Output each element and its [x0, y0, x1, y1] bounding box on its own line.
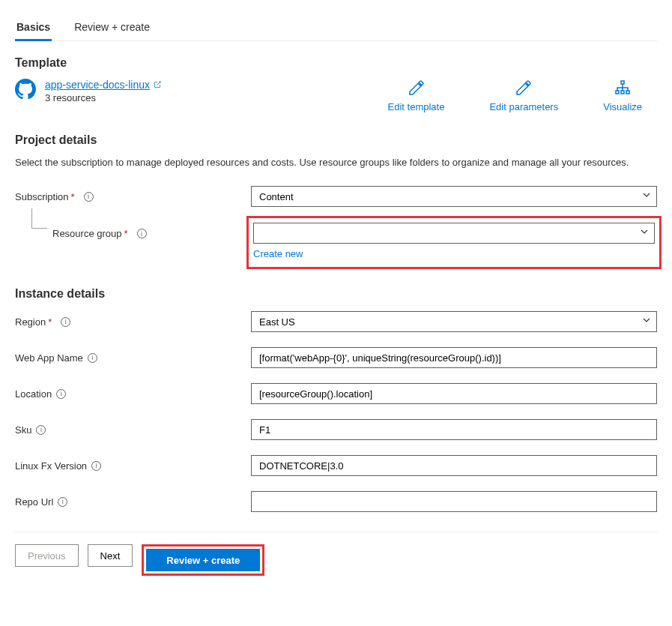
required-mark: *: [48, 316, 52, 328]
visualize-label: Visualize: [603, 101, 642, 112]
location-input[interactable]: [251, 383, 657, 404]
webapp-name-label: Web App Name: [15, 352, 83, 364]
info-icon[interactable]: i: [88, 353, 97, 363]
required-mark: *: [71, 191, 75, 202]
tab-bar: Basics Review + create: [15, 15, 657, 41]
resource-group-highlight: Create new: [246, 216, 662, 269]
svg-rect-1: [616, 91, 619, 94]
info-icon[interactable]: i: [91, 461, 101, 471]
template-resources: 3 resources: [45, 92, 388, 103]
info-icon[interactable]: i: [84, 192, 94, 202]
info-icon[interactable]: i: [61, 317, 70, 327]
tab-review-create[interactable]: Review + create: [73, 15, 151, 40]
pencil-icon: [408, 79, 426, 97]
subscription-label: Subscription: [15, 191, 69, 202]
template-name-text: app-service-docs-linux: [45, 79, 150, 91]
footer-bar: Previous Next Review + create: [15, 532, 657, 576]
repo-url-input[interactable]: [251, 491, 657, 512]
linuxfx-input[interactable]: [251, 455, 657, 476]
info-icon[interactable]: i: [36, 425, 46, 435]
region-label: Region: [15, 316, 46, 328]
info-icon[interactable]: i: [58, 497, 67, 507]
region-select[interactable]: East US: [251, 311, 657, 332]
linuxfx-label: Linux Fx Version: [15, 460, 87, 472]
svg-rect-3: [626, 91, 629, 94]
sku-label: Sku: [15, 424, 31, 436]
resource-group-label: Resource group: [52, 228, 122, 239]
visualize-button[interactable]: Visualize: [603, 79, 642, 112]
edit-template-label: Edit template: [388, 101, 445, 112]
edit-template-button[interactable]: Edit template: [388, 79, 445, 112]
edit-parameters-label: Edit parameters: [489, 101, 558, 112]
project-details-heading: Project details: [15, 133, 657, 147]
external-link-icon: [153, 80, 162, 89]
webapp-name-input[interactable]: [251, 347, 657, 368]
instance-details-heading: Instance details: [15, 287, 657, 301]
sku-input[interactable]: [251, 419, 657, 440]
template-link[interactable]: app-service-docs-linux: [45, 79, 162, 91]
resource-group-select[interactable]: [253, 223, 655, 244]
next-button[interactable]: Next: [88, 544, 133, 567]
edit-parameters-button[interactable]: Edit parameters: [489, 79, 558, 112]
location-label: Location: [15, 388, 52, 400]
info-icon[interactable]: i: [137, 229, 147, 238]
create-new-link[interactable]: Create new: [253, 248, 655, 259]
svg-rect-0: [621, 81, 624, 84]
svg-rect-2: [621, 91, 624, 94]
previous-button: Previous: [15, 544, 79, 567]
required-mark: *: [124, 228, 128, 239]
project-details-desc: Select the subscription to manage deploy…: [15, 156, 657, 169]
repo-url-label: Repo Url: [15, 496, 53, 508]
pencil-icon: [515, 79, 533, 97]
github-icon: [15, 79, 36, 100]
review-create-highlight: Review + create: [142, 544, 264, 576]
tab-basics[interactable]: Basics: [15, 15, 52, 41]
template-row: app-service-docs-linux 3 resources Edit …: [15, 79, 657, 112]
template-heading: Template: [15, 56, 657, 70]
subscription-select[interactable]: Content: [251, 186, 657, 207]
review-create-button[interactable]: Review + create: [146, 549, 260, 571]
info-icon[interactable]: i: [56, 389, 66, 399]
visualize-icon: [614, 79, 632, 97]
